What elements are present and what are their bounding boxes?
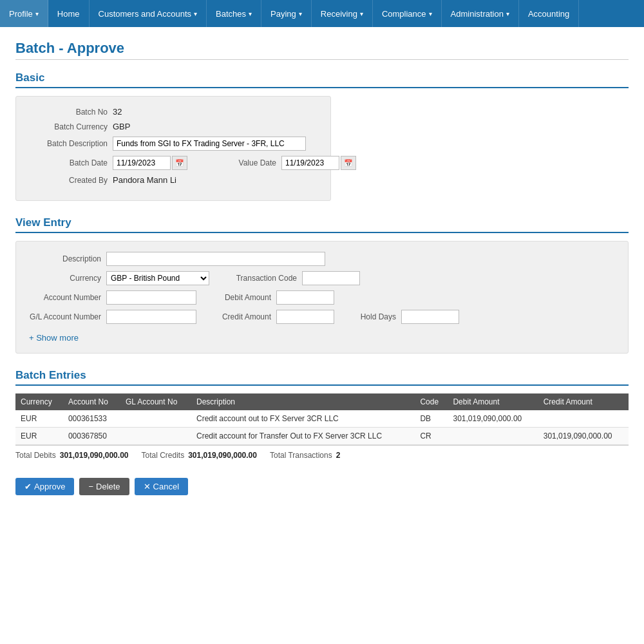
value-date-input[interactable] [281,156,339,170]
value-date-label: Value Date [198,158,281,167]
ve-debit-amount-label: Debit Amount [212,293,276,302]
cell-gl_account_no [120,410,191,428]
col-header-credit-amount: Credit Amount [538,393,629,410]
ve-description-label: Description [29,254,106,263]
view-entry-card: Description Currency GBP - British Pound… [15,241,629,354]
batch-description-label: Batch Description [29,139,113,148]
batch-no-value: 32 [113,107,122,117]
cancel-icon: ✕ [144,482,151,491]
delete-button[interactable]: − Delete [79,478,129,495]
table-row: EUR000367850Credit account for Transfer … [15,428,629,445]
nav-arrow-icon: ▾ [299,10,302,17]
nav-item-compliance[interactable]: Compliance ▾ [373,0,442,27]
nav-arrow-icon: ▾ [35,10,39,17]
cell-code: DB [415,410,448,428]
cell-debit_amount [448,428,538,445]
col-header-description: Description [191,393,415,410]
batch-entries-table: CurrencyAccount NoGL Account NoDescripti… [15,393,629,445]
actions-row: ✔ Approve − Delete ✕ Cancel [15,478,629,495]
approve-label: Approve [34,482,65,491]
ve-transaction-code-input[interactable] [302,271,360,285]
cell-description: Credit account for Transfer Out to FX Se… [191,428,415,445]
total-transactions-label: Total Transactions [270,451,332,460]
approve-button[interactable]: ✔ Approve [15,478,74,495]
nav-arrow-icon: ▾ [360,10,363,17]
ve-debit-amount-input[interactable] [276,290,334,305]
cell-account_no: 000367850 [63,428,120,445]
nav-item-home[interactable]: Home [48,0,90,27]
totals-row: Total Debits 301,019,090,000.00 Total Cr… [15,445,629,465]
nav-item-receiving[interactable]: Receiving ▾ [312,0,373,27]
cell-currency: EUR [15,410,63,428]
nav-item-customers-and-accounts[interactable]: Customers and Accounts ▾ [90,0,207,27]
nav-item-paying[interactable]: Paying ▾ [261,0,312,27]
batch-currency-value: GBP [113,122,130,131]
cancel-label: Cancel [153,482,179,491]
created-by-label: Created By [29,176,113,185]
view-entry-section-title: View Entry [15,216,629,233]
delete-label: Delete [96,482,120,491]
nav-item-profile[interactable]: Profile ▾ [0,0,48,27]
show-more-link[interactable]: + Show more [29,333,79,343]
total-debits-label: Total Debits [15,451,56,460]
ve-credit-amount-label: Credit Amount [212,312,276,321]
approve-icon: ✔ [24,482,32,491]
basic-section-title: Basic [15,71,629,88]
ve-currency-select[interactable]: GBP - British Pound [106,271,209,285]
total-credits-value: 301,019,090,000.00 [188,451,257,460]
ve-gl-account-label: G/L Account Number [29,312,106,321]
page-title: Batch - Approve [15,40,629,57]
nav-arrow-icon: ▾ [506,10,509,17]
batch-entries-section: Batch Entries CurrencyAccount NoGL Accou… [15,369,629,465]
nav-arrow-icon: ▾ [429,10,432,17]
delete-icon: − [88,482,93,491]
batch-date-input[interactable] [113,156,171,170]
cell-credit_amount [538,410,629,428]
cell-debit_amount: 301,019,090,000.00 [448,410,538,428]
total-credits-label: Total Credits [141,451,184,460]
total-transactions-value: 2 [336,451,341,460]
cell-code: CR [415,428,448,445]
cell-currency: EUR [15,428,63,445]
created-by-value: Pandora Mann Li [113,175,176,185]
batch-date-label: Batch Date [29,158,113,167]
nav-arrow-icon: ▾ [249,10,252,17]
batch-no-label: Batch No [29,108,113,117]
ve-currency-label: Currency [29,274,106,283]
nav-item-administration[interactable]: Administration ▾ [442,0,519,27]
ve-credit-amount-input[interactable] [276,310,334,324]
ve-gl-account-input[interactable] [106,310,196,324]
table-row: EUR000361533Credit account out to FX Ser… [15,410,629,428]
value-date-calendar-btn[interactable]: 📅 [341,156,356,170]
cancel-button[interactable]: ✕ Cancel [135,478,188,495]
col-header-code: Code [415,393,448,410]
cell-gl_account_no [120,428,191,445]
cell-credit_amount: 301,019,090,000.00 [538,428,629,445]
col-header-currency: Currency [15,393,63,410]
nav-arrow-icon: ▾ [194,10,197,17]
ve-hold-days-label: Hold Days [350,312,401,321]
ve-transaction-code-label: Transaction Code [225,274,302,283]
basic-card: Batch No 32 Batch Currency GBP Batch Des… [15,96,331,201]
ve-hold-days-input[interactable] [401,310,459,324]
main-nav: Profile ▾HomeCustomers and Accounts ▾Bat… [0,0,644,27]
ve-account-number-label: Account Number [29,293,106,302]
nav-item-batches[interactable]: Batches ▾ [207,0,261,27]
col-header-account-no: Account No [63,393,120,410]
total-debits-value: 301,019,090,000.00 [60,451,129,460]
cell-description: Credit account out to FX Server 3CR LLC [191,410,415,428]
batch-entries-title: Batch Entries [15,369,629,386]
col-header-debit-amount: Debit Amount [448,393,538,410]
ve-account-number-input[interactable] [106,290,196,305]
nav-item-accounting[interactable]: Accounting [519,0,579,27]
batch-description-input[interactable] [113,137,306,151]
col-header-gl-account-no: GL Account No [120,393,191,410]
batch-currency-label: Batch Currency [29,122,113,131]
cell-account_no: 000361533 [63,410,120,428]
ve-description-input[interactable] [106,252,325,266]
batch-date-calendar-btn[interactable]: 📅 [172,156,187,170]
